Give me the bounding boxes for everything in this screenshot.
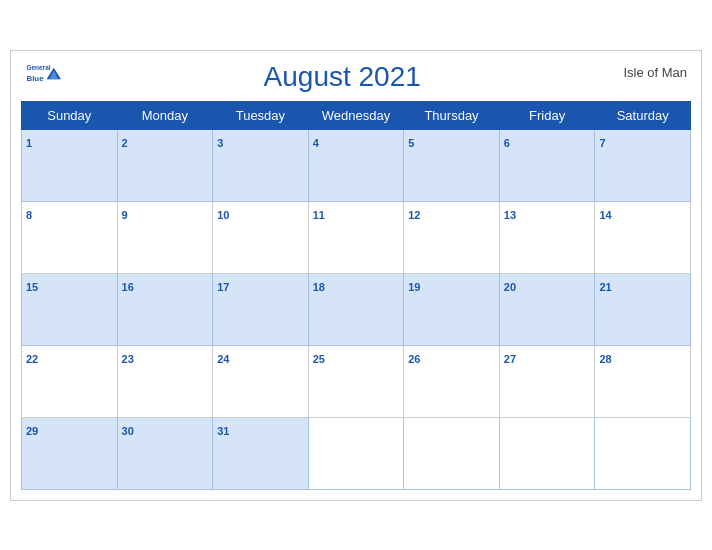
- calendar-cell: 25: [308, 345, 404, 417]
- date-number: 5: [408, 137, 414, 149]
- week-row-1: 1234567: [22, 129, 691, 201]
- calendar-cell: 18: [308, 273, 404, 345]
- calendar-cell: 28: [595, 345, 691, 417]
- week-row-3: 15161718192021: [22, 273, 691, 345]
- date-number: 17: [217, 281, 229, 293]
- calendar-cell: 16: [117, 273, 213, 345]
- calendar-cell: 11: [308, 201, 404, 273]
- calendar-cell: 26: [404, 345, 500, 417]
- calendar-cell: 31: [213, 417, 309, 489]
- date-number: 18: [313, 281, 325, 293]
- date-number: 7: [599, 137, 605, 149]
- date-number: 2: [122, 137, 128, 149]
- date-number: 3: [217, 137, 223, 149]
- calendar-cell: [404, 417, 500, 489]
- date-number: 1: [26, 137, 32, 149]
- date-number: 24: [217, 353, 229, 365]
- date-number: 27: [504, 353, 516, 365]
- date-number: 13: [504, 209, 516, 221]
- calendar-cell: 22: [22, 345, 118, 417]
- header-monday: Monday: [117, 101, 213, 129]
- date-number: 22: [26, 353, 38, 365]
- calendar-cell: [308, 417, 404, 489]
- week-row-5: 293031: [22, 417, 691, 489]
- date-number: 12: [408, 209, 420, 221]
- logo-area: General Blue: [25, 61, 61, 83]
- calendar-cell: 5: [404, 129, 500, 201]
- calendar-cell: 9: [117, 201, 213, 273]
- date-number: 20: [504, 281, 516, 293]
- calendar-cell: 20: [499, 273, 595, 345]
- calendar-cell: 13: [499, 201, 595, 273]
- date-number: 25: [313, 353, 325, 365]
- date-number: 14: [599, 209, 611, 221]
- date-number: 23: [122, 353, 134, 365]
- date-number: 19: [408, 281, 420, 293]
- date-number: 21: [599, 281, 611, 293]
- weekday-header-row: Sunday Monday Tuesday Wednesday Thursday…: [22, 101, 691, 129]
- calendar: General Blue August 2021 Isle of Man Sun…: [10, 50, 702, 501]
- calendar-cell: 7: [595, 129, 691, 201]
- svg-text:General: General: [26, 63, 50, 70]
- date-number: 31: [217, 425, 229, 437]
- month-title: August 2021: [61, 61, 623, 93]
- calendar-header: General Blue August 2021 Isle of Man: [21, 61, 691, 93]
- date-number: 30: [122, 425, 134, 437]
- date-number: 10: [217, 209, 229, 221]
- calendar-cell: 1: [22, 129, 118, 201]
- calendar-cell: 10: [213, 201, 309, 273]
- logo-icon: General Blue: [25, 61, 61, 83]
- header-friday: Friday: [499, 101, 595, 129]
- calendar-cell: 12: [404, 201, 500, 273]
- date-number: 16: [122, 281, 134, 293]
- header-wednesday: Wednesday: [308, 101, 404, 129]
- date-number: 15: [26, 281, 38, 293]
- region-label: Isle of Man: [623, 61, 687, 80]
- calendar-cell: 14: [595, 201, 691, 273]
- date-number: 9: [122, 209, 128, 221]
- date-number: 28: [599, 353, 611, 365]
- date-number: 8: [26, 209, 32, 221]
- calendar-cell: 30: [117, 417, 213, 489]
- header-sunday: Sunday: [22, 101, 118, 129]
- calendar-cell: 2: [117, 129, 213, 201]
- calendar-cell: 6: [499, 129, 595, 201]
- calendar-cell: 8: [22, 201, 118, 273]
- date-number: 29: [26, 425, 38, 437]
- date-number: 4: [313, 137, 319, 149]
- calendar-table: Sunday Monday Tuesday Wednesday Thursday…: [21, 101, 691, 490]
- header-thursday: Thursday: [404, 101, 500, 129]
- calendar-cell: 17: [213, 273, 309, 345]
- calendar-cell: 23: [117, 345, 213, 417]
- date-number: 6: [504, 137, 510, 149]
- calendar-cell: 15: [22, 273, 118, 345]
- calendar-cell: [499, 417, 595, 489]
- calendar-cell: 19: [404, 273, 500, 345]
- week-row-2: 891011121314: [22, 201, 691, 273]
- date-number: 11: [313, 209, 325, 221]
- week-row-4: 22232425262728: [22, 345, 691, 417]
- calendar-cell: 3: [213, 129, 309, 201]
- calendar-cell: 21: [595, 273, 691, 345]
- calendar-cell: 29: [22, 417, 118, 489]
- calendar-cell: [595, 417, 691, 489]
- header-tuesday: Tuesday: [213, 101, 309, 129]
- header-saturday: Saturday: [595, 101, 691, 129]
- calendar-cell: 4: [308, 129, 404, 201]
- calendar-cell: 27: [499, 345, 595, 417]
- calendar-body: 1234567891011121314151617181920212223242…: [22, 129, 691, 489]
- calendar-cell: 24: [213, 345, 309, 417]
- svg-text:Blue: Blue: [26, 73, 44, 82]
- date-number: 26: [408, 353, 420, 365]
